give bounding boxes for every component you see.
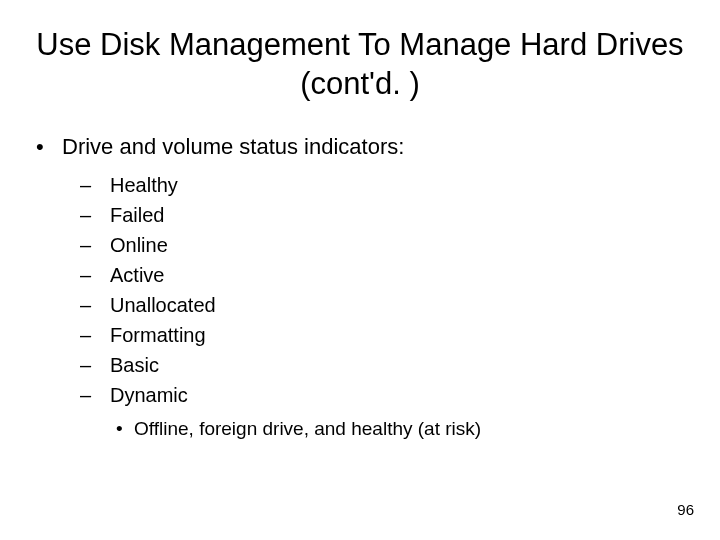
page-number: 96 — [677, 501, 694, 518]
list-item: – Healthy — [80, 170, 690, 200]
list-item: • Offline, foreign drive, and healthy (a… — [116, 416, 690, 443]
slide-content: • Drive and volume status indicators: – … — [30, 132, 690, 443]
list-item: – Unallocated — [80, 290, 690, 320]
dash-icon: – — [80, 350, 110, 380]
list-item: – Dynamic — [80, 380, 690, 410]
sublist: – Healthy – Failed – Online – Active – U… — [36, 170, 690, 410]
slide: Use Disk Management To Manage Hard Drive… — [0, 0, 720, 540]
list-item: – Failed — [80, 200, 690, 230]
list-item-text: Formatting — [110, 320, 690, 350]
list-item-text: Unallocated — [110, 290, 690, 320]
dash-icon: – — [80, 320, 110, 350]
dash-icon: – — [80, 170, 110, 200]
list-item: – Online — [80, 230, 690, 260]
dash-icon: – — [80, 260, 110, 290]
bullet-icon: • — [36, 132, 62, 163]
list-item-text: Active — [110, 260, 690, 290]
dash-icon: – — [80, 230, 110, 260]
list-item-text: Dynamic — [110, 380, 690, 410]
list-item-text: Healthy — [110, 170, 690, 200]
list-item-text: Basic — [110, 350, 690, 380]
list-item: – Active — [80, 260, 690, 290]
list-item-text: Online — [110, 230, 690, 260]
list-item-text: Drive and volume status indicators: — [62, 132, 690, 163]
list-item: • Drive and volume status indicators: — [36, 132, 690, 163]
slide-title: Use Disk Management To Manage Hard Drive… — [30, 26, 690, 104]
list-item-text: Offline, foreign drive, and healthy (at … — [134, 416, 690, 443]
sub-sublist: • Offline, foreign drive, and healthy (a… — [36, 416, 690, 443]
dash-icon: – — [80, 380, 110, 410]
list-item: – Formatting — [80, 320, 690, 350]
list-item-text: Failed — [110, 200, 690, 230]
list-item: – Basic — [80, 350, 690, 380]
dash-icon: – — [80, 200, 110, 230]
bullet-icon: • — [116, 416, 134, 443]
dash-icon: – — [80, 290, 110, 320]
